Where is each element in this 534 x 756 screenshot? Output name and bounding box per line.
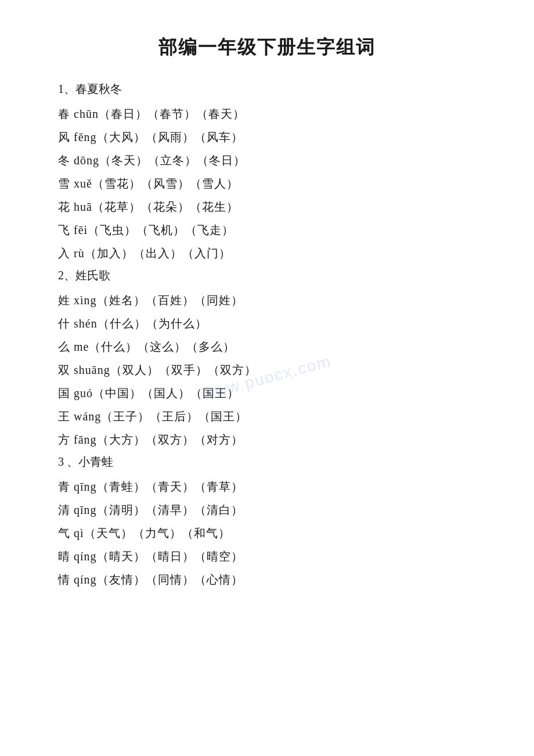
vocab-line-s2-7: 方 fāng（大方）（双方）（对方）	[58, 429, 476, 451]
section-header-2: 2、姓氏歌	[58, 268, 476, 283]
section-header-1: 1、春夏秋冬	[58, 81, 476, 97]
vocab-line-s2-2: 什 shén（什么）（为什么）	[58, 312, 476, 334]
vocab-line-s2-6: 王 wáng（王子）（王后）（国王）	[58, 405, 476, 427]
vocab-line-s1-7: 入 rù（加入）（出入）（入门）	[58, 242, 476, 264]
vocab-line-s2-4: 双 shuāng（双人）（双手）（双方）	[58, 359, 476, 381]
vocab-line-s2-1: 姓 xìng（姓名）（百姓）（同姓）	[58, 289, 476, 311]
vocab-line-s1-3: 冬 dōng（冬天）（立冬）（冬日）	[58, 149, 476, 171]
vocab-line-s3-4: 晴 qíng（晴天）（晴日）（晴空）	[58, 545, 476, 567]
vocab-line-s2-3: 么 me（什么）（这么）（多么）	[58, 336, 476, 358]
vocab-line-s3-2: 清 qīng（清明）（清早）（清白）	[58, 499, 476, 521]
vocab-line-s3-1: 青 qīng（青蛙）（青天）（青草）	[58, 476, 476, 498]
vocab-line-s3-3: 气 qì（天气）（力气）（和气）	[58, 522, 476, 544]
section-header-3: 3 、小青蛙	[58, 454, 476, 470]
content-area: 1、春夏秋冬春 chūn（春日）（春节）（春天）风 fēng（大风）（风雨）（风…	[58, 81, 476, 591]
vocab-line-s1-4: 雪 xuě（雪花）（风雪）（雪人）	[58, 172, 476, 195]
vocab-line-s1-5: 花 huā（花草）（花朵）（花生）	[58, 196, 476, 218]
page-title: 部编一年级下册生字组词	[58, 35, 476, 60]
vocab-line-s1-1: 春 chūn（春日）（春节）（春天）	[58, 103, 476, 125]
vocab-line-s3-5: 情 qíng（友情）（同情）（心情）	[58, 568, 476, 591]
vocab-line-s1-6: 飞 fēi（飞虫）（飞机）（飞走）	[58, 219, 476, 241]
vocab-line-s1-2: 风 fēng（大风）（风雨）（风车）	[58, 126, 476, 148]
vocab-line-s2-5: 国 guó（中国）（国人）（国王）	[58, 382, 476, 404]
